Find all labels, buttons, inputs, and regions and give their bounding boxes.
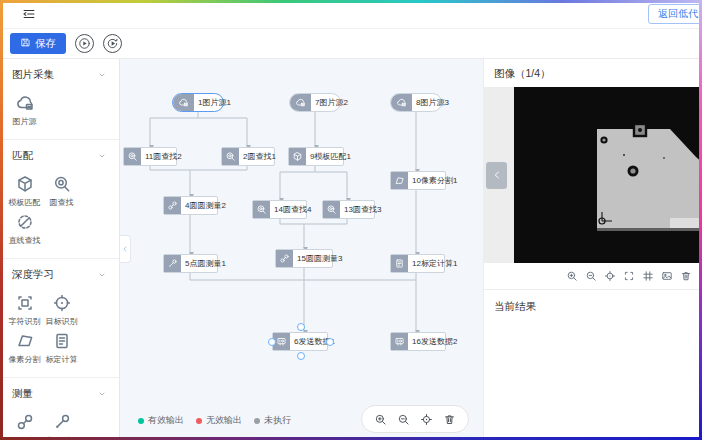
image-panel-title: 图像（1/4） [484,59,702,87]
zoom-in-icon [374,413,387,426]
flow-node[interactable]: 2圆查找1 [221,147,275,166]
back-to-lowcode-button[interactable]: 返回低代 [648,4,702,24]
legend-dot [196,418,202,424]
circle-find-icon [52,174,72,194]
prev-image-button[interactable] [486,162,507,189]
save-button[interactable]: 保存 [10,33,66,54]
sidebar-item-label: 字符识别 [9,316,41,327]
fullscreen-icon [623,270,635,282]
sidebar-item-label: 像素分割 [9,354,41,365]
sidebar-section-title: 测量 [12,387,33,401]
sidebar-item-目标识别[interactable]: 目标识别 [44,293,79,327]
connection-handle[interactable] [297,323,305,331]
run-buttons [75,34,122,53]
zoom-out-icon [585,270,597,282]
flow-node[interactable]: 16发送数据2 [390,332,446,351]
flow-node[interactable]: 4圆圆测量2 [163,196,218,215]
flow-node-label: 14圆查找4 [270,201,315,218]
flow-node[interactable]: 8图片源3 [390,93,442,112]
flow-node[interactable]: 6发送数据1 [272,332,328,351]
compare-button[interactable] [661,270,673,282]
cloud-image-icon [391,94,412,111]
inspection-image[interactable] [514,87,702,263]
locate-button[interactable] [604,270,616,282]
chevron-down-icon [97,70,107,80]
trash-icon [680,270,692,282]
chevron-down-icon [97,151,107,161]
legend-item: 有效输出 [138,414,184,427]
sidebar-item-label: 圆圆测量 [9,435,41,439]
chevron-left-icon [491,169,503,181]
sidebar-item-图片源[interactable]: 图片源 [7,93,42,127]
legend-item: 无效输出 [196,414,242,427]
sidebar-section-items: 字符识别目标识别像素分割标定计算 [0,289,119,375]
image-panel: 图像（1/4） [483,59,702,439]
flow-node-label: 12标定计算1 [408,255,461,272]
connection-handle[interactable] [326,338,334,346]
fullscreen-button[interactable] [623,270,635,282]
flow-node[interactable]: 1图片源1 [172,93,224,112]
canvas-zoom-controls [361,405,469,433]
zoom-out-button[interactable] [397,413,410,426]
sidebar-item-像素分割[interactable]: 像素分割 [7,331,42,365]
run-loop-button[interactable] [103,34,122,53]
flow-node[interactable]: 14圆查找4 [252,200,307,219]
sidebar-item-label: 图片源 [13,116,37,127]
protocol-icon [391,333,408,350]
sidebar-section-title: 图片采集 [12,68,54,82]
run-once-button[interactable] [75,34,94,53]
sidebar-section-header[interactable]: 深度学习 [0,259,119,289]
flow-node[interactable]: 5点圆测量1 [163,254,218,273]
menu-fold-icon[interactable] [22,7,36,21]
cube-icon [15,174,35,194]
image-carousel-strip [484,87,514,263]
sidebar-item-字符识别[interactable]: 字符识别 [7,293,42,327]
save-button-label: 保存 [35,37,56,51]
sidebar-item-直线查找[interactable]: 直线查找 [7,212,42,246]
flow-node-label: 7图片源2 [311,94,352,111]
circle-circle-measure-icon [164,197,181,214]
sidebar-section-items: 圆圆测量点圆测量点点测量 [0,408,119,439]
flow-node[interactable]: 15圆圆测量3 [275,249,333,268]
connection-handle[interactable] [297,352,305,360]
zoom-out-button[interactable] [585,270,597,282]
sidebar-item-模板匹配[interactable]: 模板匹配 [7,174,42,208]
sidebar-item-点圆测量[interactable]: 点圆测量 [44,412,79,439]
flow-node[interactable]: 12标定计算1 [390,254,445,273]
trash-button[interactable] [680,270,692,282]
locate-button[interactable] [420,413,433,426]
chevron-left-icon [121,245,129,253]
flow-node[interactable]: 13圆查找3 [322,200,375,219]
flow-node[interactable]: 7图片源2 [289,93,341,112]
grid-button[interactable] [642,270,654,282]
flow-node-label: 16发送数据2 [408,333,461,350]
zoom-in-button[interactable] [566,270,578,282]
sidebar-section-header[interactable]: 匹配 [0,140,119,170]
cloud-image-icon [173,94,194,111]
trash-button[interactable] [443,413,456,426]
circle-circle-measure-icon [15,412,35,432]
chevron-down-icon [97,270,107,280]
flow-node[interactable]: 11圆查找2 [123,147,177,166]
point-circle-measure-icon [164,255,181,272]
sidebar-item-标定计算[interactable]: 标定计算 [44,331,79,365]
flow-node[interactable]: 9模板匹配1 [288,147,344,166]
current-results-title: 当前结果 [484,290,702,320]
sidebar-item-圆查找[interactable]: 圆查找 [44,174,79,208]
sidebar-section-header[interactable]: 图片采集 [0,59,119,89]
zoom-in-icon [566,270,578,282]
calc-icon [391,255,408,272]
sidebar-item-圆圆测量[interactable]: 圆圆测量 [7,412,42,439]
circle-circle-measure-icon [276,250,293,267]
sidebar-item-label: 直线查找 [9,235,41,246]
sidebar-collapse-handle[interactable] [120,235,131,263]
sidebar-section-header[interactable]: 测量 [0,378,119,408]
circle-find-icon [222,148,239,165]
cloud-image-icon [15,93,35,113]
connection-handle[interactable] [268,338,276,346]
flow-node[interactable]: 10像素分割1 [390,171,446,190]
flow-node-label: 11圆查找2 [141,148,186,165]
zoom-in-button[interactable] [374,413,387,426]
trash-icon [443,413,456,426]
flow-canvas[interactable]: 有效输出无效输出未执行 1图片源17图片源28图片源311圆查找22圆查找19模… [120,59,483,439]
